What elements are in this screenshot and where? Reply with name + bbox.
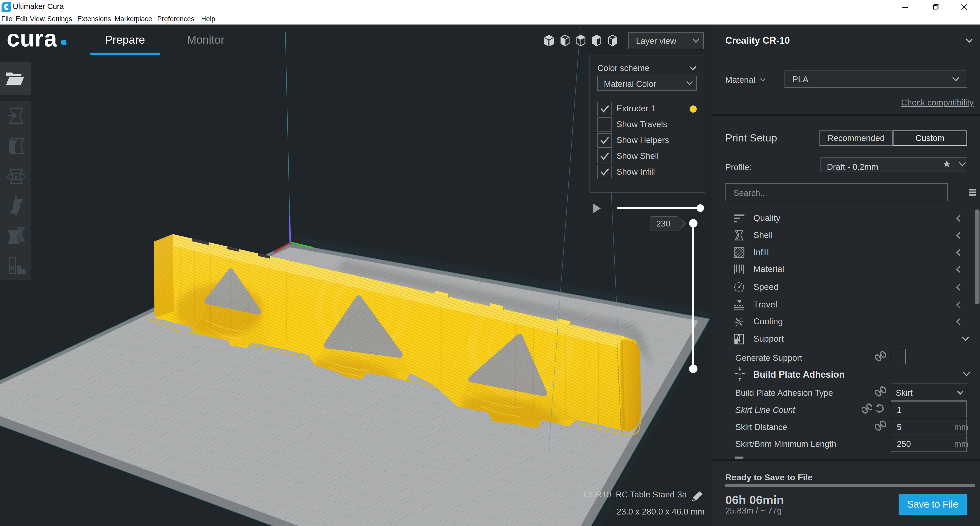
svg-text:230: 230 [656,219,670,228]
